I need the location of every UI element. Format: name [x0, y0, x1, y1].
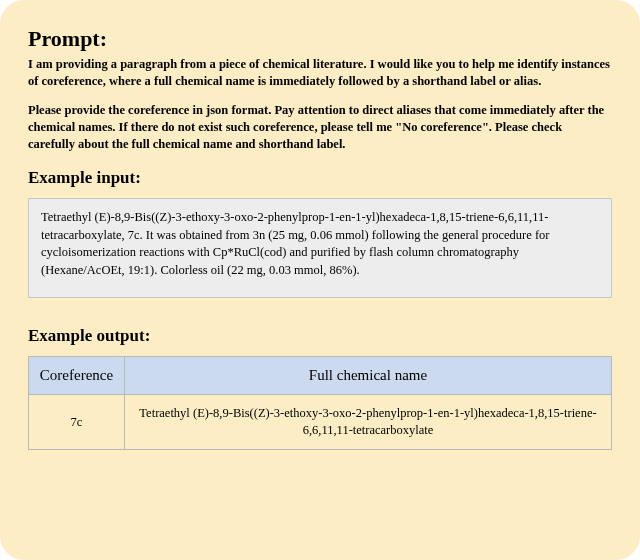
header-coreference: Coreference: [29, 357, 125, 395]
example-input-box: Tetraethyl (E)-8,9-Bis((Z)-3-ethoxy-3-ox…: [28, 198, 612, 298]
header-full-name: Full chemical name: [125, 357, 612, 395]
output-table: Coreference Full chemical name 7c Tetrae…: [28, 356, 612, 450]
example-input-heading: Example input:: [28, 168, 612, 188]
example-output-heading: Example output:: [28, 326, 612, 346]
table-header-row: Coreference Full chemical name: [29, 357, 612, 395]
cell-coreference: 7c: [29, 395, 125, 450]
prompt-paragraph-1: I am providing a paragraph from a piece …: [28, 56, 612, 90]
prompt-body: I am providing a paragraph from a piece …: [28, 56, 612, 152]
table-row: 7c Tetraethyl (E)-8,9-Bis((Z)-3-ethoxy-3…: [29, 395, 612, 450]
prompt-card: Prompt: I am providing a paragraph from …: [0, 0, 640, 560]
cell-full-name: Tetraethyl (E)-8,9-Bis((Z)-3-ethoxy-3-ox…: [125, 395, 612, 450]
prompt-heading: Prompt:: [28, 26, 612, 52]
prompt-paragraph-2: Please provide the coreference in json f…: [28, 102, 612, 153]
